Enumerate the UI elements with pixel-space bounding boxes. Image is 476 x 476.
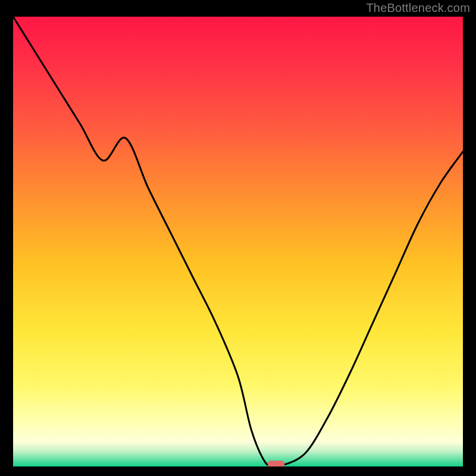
bottleneck-chart — [13, 17, 463, 466]
optimal-marker — [268, 461, 284, 466]
chart-frame: TheBottleneck.com — [0, 0, 476, 476]
attribution-label: TheBottleneck.com — [366, 1, 470, 15]
gradient-background — [13, 17, 463, 466]
